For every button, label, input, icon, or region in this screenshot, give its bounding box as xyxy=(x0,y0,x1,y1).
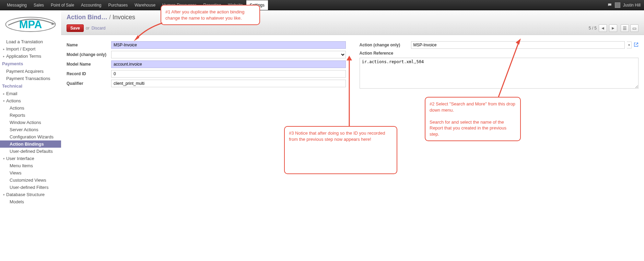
sidebar-section-payments: Payments xyxy=(0,60,61,68)
qualifier-input[interactable] xyxy=(111,80,346,87)
sidebar-item-label: Application Terms xyxy=(6,54,41,59)
topmenu-point-of-sale[interactable]: Point of Sale xyxy=(47,0,78,10)
view-switcher: ☰ ▭ xyxy=(621,24,639,32)
top-menubar: MessagingSalesPoint of SaleAccountingPur… xyxy=(0,0,644,10)
sidebar-item-label: Import / Export xyxy=(6,46,35,52)
sidebar-item-payment-transactions[interactable]: Payment Transactions xyxy=(0,75,61,82)
sidebar-item-label: Database Structure xyxy=(6,192,45,197)
label-name: Name xyxy=(67,43,111,47)
header-bar: Action Bind… / Invoices Save or Discard … xyxy=(61,10,644,35)
sidebar-sub-actions[interactable]: Actions xyxy=(0,104,61,112)
pager-prev-button[interactable]: ◄ xyxy=(599,24,607,32)
action-combo-input[interactable] xyxy=(411,41,625,49)
modelname-input[interactable] xyxy=(111,60,346,68)
form-sheet: Name Model (change only) Model Name Reco… xyxy=(61,35,644,96)
model-select[interactable] xyxy=(111,51,346,58)
sidebar-section-technical: Technical xyxy=(0,82,61,90)
actionref-textarea[interactable] xyxy=(360,58,639,89)
sidebar-item-user-interface[interactable]: ▾User Interface xyxy=(0,155,61,162)
toolbar-or: or xyxy=(86,26,90,31)
svg-marker-3 xyxy=(134,35,139,41)
sidebar-sub-customized-views[interactable]: Customized Views xyxy=(0,177,61,184)
callout-2: #2 Select "Search and More" from this dr… xyxy=(425,97,521,141)
sidebar-item-payment-acquirers[interactable]: Payment Acquirers xyxy=(0,68,61,75)
topmenu-warehouse[interactable]: Warehouse xyxy=(131,0,159,10)
name-input[interactable] xyxy=(111,41,346,49)
sidebar-item-database-structure[interactable]: ▾Database Structure xyxy=(0,191,61,198)
label-actionref: Action Reference xyxy=(360,51,411,56)
form-view-button[interactable]: ▭ xyxy=(630,24,639,32)
save-button[interactable]: Save xyxy=(67,24,84,32)
topmenu-accounting[interactable]: Accounting xyxy=(78,0,105,10)
pager: 5 / 5 ◄ ► xyxy=(589,24,617,32)
label-modelname: Model Name xyxy=(67,62,111,67)
label-action: Action (change only) xyxy=(360,43,411,47)
caret-icon: ▸ xyxy=(2,92,5,95)
sidebar-item-label: User Interface xyxy=(6,156,34,161)
sidebar-item-email[interactable]: ▸Email xyxy=(0,90,61,97)
chat-icon[interactable] xyxy=(607,3,612,8)
form-left-column: Name Model (change only) Model Name Reco… xyxy=(67,41,346,90)
sidebar-item-actions[interactable]: ▾Actions xyxy=(0,97,61,104)
action-dropdown-button[interactable]: ▼ xyxy=(627,42,632,48)
external-link-icon[interactable] xyxy=(634,42,639,48)
label-model: Model (change only) xyxy=(67,52,111,57)
sidebar-item-load-a-translation[interactable]: Load a Translation xyxy=(0,38,61,45)
label-recordid: Record ID xyxy=(67,71,111,76)
sidebar-sub-reports[interactable]: Reports xyxy=(0,112,61,119)
callout-1: #1 After you duplicate the action bindin… xyxy=(161,5,260,25)
discard-link[interactable]: Discard xyxy=(92,26,106,31)
breadcrumb-parent[interactable]: Action Bind… xyxy=(67,14,107,21)
sidebar-sub-menu-items[interactable]: Menu Items xyxy=(0,162,61,169)
sidebar-sub-views[interactable]: Views xyxy=(0,169,61,177)
sidebar-sub-server-actions[interactable]: Server Actions xyxy=(0,126,61,133)
label-qualifier: Qualifier xyxy=(67,81,111,86)
caret-icon: ▾ xyxy=(2,193,5,196)
sidebar-item-import-export[interactable]: ▸Import / Export xyxy=(0,45,61,53)
sidebar-sub-action-bindings[interactable]: Action Bindings xyxy=(0,140,61,148)
sidebar-sub-user-defined-defaults[interactable]: User-defined Defaults xyxy=(0,148,61,155)
user-name: Justin Hill xyxy=(623,3,641,8)
sidebar-sub-models[interactable]: Models xyxy=(0,198,61,205)
sidebar-item-label: Payment Acquirers xyxy=(6,69,44,74)
caret-icon: ▾ xyxy=(2,157,5,160)
pager-next-button[interactable]: ► xyxy=(609,24,617,32)
list-view-button[interactable]: ☰ xyxy=(621,24,629,32)
sidebar-item-label: Email xyxy=(6,91,17,96)
sidebar-item-label: Load a Translation xyxy=(6,39,43,44)
callout-3: #3 Notice that after doing so the ID you… xyxy=(284,126,397,174)
sidebar: MPA Load a Translation▸Import / Export▸A… xyxy=(0,10,61,212)
caret-icon: ▸ xyxy=(2,47,5,51)
user-area[interactable]: Justin Hill xyxy=(607,2,641,8)
topmenu-messaging[interactable]: Messaging xyxy=(3,0,30,10)
breadcrumb: Action Bind… / Invoices xyxy=(67,14,639,21)
logo: MPA xyxy=(0,12,61,38)
sidebar-sub-window-actions[interactable]: Window Actions xyxy=(0,119,61,126)
breadcrumb-current: Invoices xyxy=(113,14,135,21)
sidebar-sub-user-defined-filters[interactable]: User-defined Filters xyxy=(0,184,61,191)
form-right-column: Action (change only) ▼ Action Reference xyxy=(360,41,639,90)
sidebar-item-label: Actions xyxy=(6,98,21,103)
topmenu-sales[interactable]: Sales xyxy=(30,0,47,10)
sidebar-item-label: Payment Transactions xyxy=(6,76,50,81)
topmenu-purchases[interactable]: Purchases xyxy=(105,0,131,10)
caret-icon: ▾ xyxy=(2,99,5,103)
caret-icon: ▸ xyxy=(2,55,5,58)
sidebar-item-application-terms[interactable]: ▸Application Terms xyxy=(0,53,61,60)
pager-text: 5 / 5 xyxy=(589,26,597,31)
main: Action Bind… / Invoices Save or Discard … xyxy=(61,10,644,212)
avatar[interactable] xyxy=(615,2,620,8)
sidebar-sub-configuration-wizards[interactable]: Configuration Wizards xyxy=(0,133,61,140)
recordid-input[interactable] xyxy=(111,70,346,78)
svg-text:MPA: MPA xyxy=(19,19,42,31)
